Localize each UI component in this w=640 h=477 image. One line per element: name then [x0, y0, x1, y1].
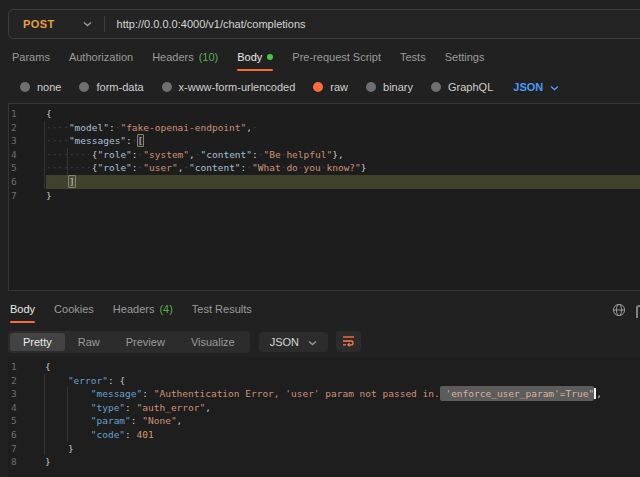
indent-guide [44, 121, 45, 189]
code-token: helpful" [286, 149, 332, 160]
line-number: 4 [9, 148, 46, 162]
code-token: { [46, 108, 52, 119]
line-number: 5 [9, 161, 46, 175]
code-line: 6····] [9, 175, 640, 189]
wrap-text-button[interactable] [336, 331, 361, 352]
line-number: 2 [8, 374, 45, 388]
line-number: 4 [8, 401, 45, 415]
code-token: you [304, 162, 321, 173]
code-token: "What [252, 162, 281, 173]
code-token: ········ [46, 149, 92, 160]
tab-params[interactable]: Params [12, 48, 50, 71]
view-preview[interactable]: Preview [113, 333, 178, 351]
wrap-text-icon [342, 333, 355, 351]
url-input[interactable]: http://0.0.0.0:4000/v1/chat/completions [105, 18, 306, 30]
code-token: } [45, 443, 74, 454]
code-line: 2 "error": { [8, 374, 640, 388]
tab-cookies[interactable]: Cookies [54, 300, 94, 323]
chevron-down-icon [308, 336, 317, 348]
tab-headers[interactable]: Headers(10) [152, 48, 218, 71]
code-line: 1{ [8, 360, 640, 374]
code-token: , [596, 388, 602, 399]
url-bar: POST http://0.0.0.0:4000/v1/chat/complet… [8, 9, 640, 39]
radio-form-data[interactable]: form-data [79, 81, 143, 93]
tab-authorization[interactable]: Authorization [69, 48, 133, 71]
content-dot [267, 54, 273, 60]
response-view-controls: Pretty Raw Preview Visualize JSON [8, 330, 361, 353]
view-raw[interactable]: Raw [65, 333, 113, 351]
line-number: 7 [9, 189, 46, 203]
radio-binary[interactable]: binary [366, 81, 413, 93]
code-token: know?" [326, 162, 360, 173]
code-token: [ [137, 134, 145, 147]
code-line: 3····"messages":·[ [9, 134, 640, 148]
request-tabs: Params Authorization Headers(10) Body Pr… [12, 48, 640, 74]
tab-test-results[interactable]: Test Results [192, 300, 252, 323]
globe-icon[interactable] [612, 303, 626, 317]
chevron-down-icon [83, 21, 92, 27]
line-number: 8 [8, 455, 45, 469]
selected-text: 'enforce_user_param'=True" [440, 386, 594, 401]
code-token: 401 [137, 429, 154, 440]
line-number: 6 [9, 175, 46, 189]
code-token: · [252, 122, 258, 133]
radio-graphql[interactable]: GraphQL [431, 81, 493, 93]
tab-pre-request-script[interactable]: Pre-request Script [292, 48, 381, 71]
code-token: ···· [46, 135, 69, 146]
code-token: "messages" [69, 135, 126, 146]
response-tabs: Body Cookies Headers(4) Test Results [10, 300, 640, 326]
code-token: } [46, 190, 52, 201]
request-language-dropdown[interactable]: JSON [513, 81, 559, 93]
code-token: "type" [91, 402, 125, 413]
chevron-down-icon [550, 81, 559, 93]
code-line: 7 } [8, 442, 640, 456]
code-token: ] [68, 175, 76, 188]
code-token: do [286, 162, 297, 173]
tab-settings[interactable]: Settings [445, 48, 485, 71]
response-language-dropdown[interactable]: JSON [259, 332, 328, 352]
code-token: ···· [46, 122, 69, 133]
code-token: , [205, 402, 211, 413]
line-number: 3 [8, 387, 45, 401]
radio-none[interactable]: none [20, 81, 61, 93]
line-number: 3 [9, 134, 46, 148]
view-pretty[interactable]: Pretty [10, 333, 65, 351]
tab-body[interactable]: Body [237, 48, 273, 71]
code-token: "auth_error" [137, 402, 206, 413]
code-line: 4········{"role":·"system",·"content":·"… [9, 148, 640, 162]
tab-response-headers[interactable]: Headers(4) [113, 300, 173, 323]
radio-icon [20, 82, 30, 92]
code-token: { [114, 375, 125, 386]
request-body-editor[interactable]: 1{2····"model":·"fake-openai-endpoint",·… [8, 103, 640, 291]
headers-count: (10) [199, 51, 219, 63]
code-token: "model" [69, 122, 109, 133]
radio-raw[interactable]: raw [313, 81, 348, 93]
body-mode-row: none form-data x-www-form-urlencoded raw… [20, 77, 559, 97]
code-line: 4 "type": "auth_error", [8, 401, 640, 415]
code-token: "message" [91, 388, 142, 399]
radio-icon [431, 82, 441, 92]
partial-icon [636, 305, 640, 318]
code-token: ···· [46, 176, 69, 187]
response-body-editor[interactable]: 1{2 "error": {3 "message": "Authenticati… [8, 357, 640, 477]
radio-icon [162, 82, 172, 92]
line-number: 6 [8, 428, 45, 442]
code-line: 1{ [9, 107, 640, 121]
code-line: 6 "code": 401 [8, 428, 640, 442]
view-visualize[interactable]: Visualize [178, 333, 248, 351]
view-segmented-control: Pretty Raw Preview Visualize [8, 331, 250, 353]
code-token [45, 375, 68, 386]
code-token: "user" [143, 162, 177, 173]
response-headers-count: (4) [159, 303, 172, 315]
tab-tests[interactable]: Tests [400, 48, 426, 71]
code-token: "fake-openai-endpoint" [120, 122, 246, 133]
code-token: }, [332, 149, 343, 160]
radio-x-www-form-urlencoded[interactable]: x-www-form-urlencoded [162, 81, 296, 93]
code-token: "role" [98, 149, 132, 160]
code-token: "Be [263, 149, 280, 160]
line-number: 1 [8, 360, 45, 374]
line-number: 1 [9, 107, 46, 121]
tab-response-body[interactable]: Body [10, 300, 35, 323]
method-dropdown[interactable]: POST [9, 18, 104, 30]
line-number: 7 [8, 442, 45, 456]
